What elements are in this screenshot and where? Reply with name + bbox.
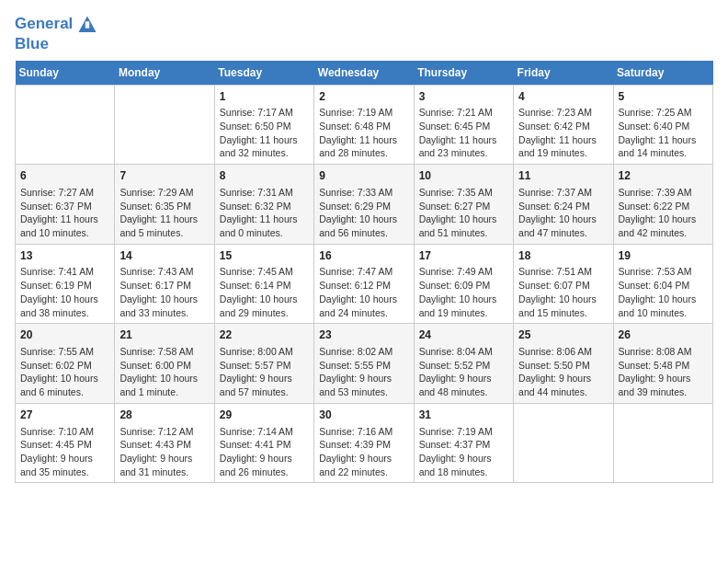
day-content: Sunrise: 8:00 AM Sunset: 5:57 PM Dayligh… <box>220 345 309 399</box>
day-number: 24 <box>419 327 508 343</box>
day-content: Sunrise: 7:27 AM Sunset: 6:37 PM Dayligh… <box>20 186 109 240</box>
day-content: Sunrise: 7:12 AM Sunset: 4:43 PM Dayligh… <box>119 425 209 479</box>
day-content: Sunrise: 8:04 AM Sunset: 5:52 PM Dayligh… <box>419 345 508 399</box>
day-number: 5 <box>619 89 708 105</box>
logo-general: General <box>15 15 73 32</box>
calendar-day-17: 17Sunrise: 7:49 AM Sunset: 6:09 PM Dayli… <box>414 244 513 324</box>
calendar-day-5: 5Sunrise: 7:25 AM Sunset: 6:40 PM Daylig… <box>613 85 712 165</box>
day-content: Sunrise: 7:10 AM Sunset: 4:45 PM Dayligh… <box>20 425 109 479</box>
calendar-day-20: 20Sunrise: 7:55 AM Sunset: 6:02 PM Dayli… <box>16 324 115 404</box>
calendar-week-row: 27Sunrise: 7:10 AM Sunset: 4:45 PM Dayli… <box>16 403 713 483</box>
calendar-day-10: 10Sunrise: 7:35 AM Sunset: 6:27 PM Dayli… <box>414 165 513 245</box>
day-number: 25 <box>518 327 608 343</box>
calendar-day-30: 30Sunrise: 7:16 AM Sunset: 4:39 PM Dayli… <box>314 403 414 483</box>
calendar-day-27: 27Sunrise: 7:10 AM Sunset: 4:45 PM Dayli… <box>16 403 115 483</box>
calendar-day-31: 31Sunrise: 7:19 AM Sunset: 4:37 PM Dayli… <box>414 403 513 483</box>
calendar-day-29: 29Sunrise: 7:14 AM Sunset: 4:41 PM Dayli… <box>214 403 313 483</box>
day-number: 14 <box>119 248 209 264</box>
day-number: 3 <box>419 89 508 105</box>
day-content: Sunrise: 7:55 AM Sunset: 6:02 PM Dayligh… <box>20 345 109 399</box>
day-number: 31 <box>419 408 508 423</box>
day-header-thursday: Thursday <box>414 61 513 86</box>
calendar-day-22: 22Sunrise: 8:00 AM Sunset: 5:57 PM Dayli… <box>214 324 313 404</box>
day-number: 21 <box>119 327 209 343</box>
day-content: Sunrise: 7:39 AM Sunset: 6:22 PM Dayligh… <box>619 186 708 240</box>
calendar-day-23: 23Sunrise: 8:02 AM Sunset: 5:55 PM Dayli… <box>314 324 414 404</box>
day-content: Sunrise: 7:23 AM Sunset: 6:42 PM Dayligh… <box>518 106 608 160</box>
day-number: 26 <box>619 327 708 343</box>
calendar-day-11: 11Sunrise: 7:37 AM Sunset: 6:24 PM Dayli… <box>514 165 613 245</box>
day-content: Sunrise: 7:41 AM Sunset: 6:19 PM Dayligh… <box>20 265 109 319</box>
calendar-day-4: 4Sunrise: 7:23 AM Sunset: 6:42 PM Daylig… <box>514 85 613 165</box>
calendar-day-24: 24Sunrise: 8:04 AM Sunset: 5:52 PM Dayli… <box>414 324 513 404</box>
calendar-day-14: 14Sunrise: 7:43 AM Sunset: 6:17 PM Dayli… <box>115 244 214 324</box>
calendar-day-13: 13Sunrise: 7:41 AM Sunset: 6:19 PM Dayli… <box>16 244 115 324</box>
calendar-day-28: 28Sunrise: 7:12 AM Sunset: 4:43 PM Dayli… <box>115 403 214 483</box>
calendar-day-2: 2Sunrise: 7:19 AM Sunset: 6:48 PM Daylig… <box>314 85 414 165</box>
day-content: Sunrise: 7:25 AM Sunset: 6:40 PM Dayligh… <box>619 106 708 160</box>
day-content: Sunrise: 7:35 AM Sunset: 6:27 PM Dayligh… <box>419 186 508 240</box>
day-header-wednesday: Wednesday <box>314 61 414 86</box>
day-content: Sunrise: 7:47 AM Sunset: 6:12 PM Dayligh… <box>319 265 408 319</box>
calendar-day-9: 9Sunrise: 7:33 AM Sunset: 6:29 PM Daylig… <box>314 165 414 245</box>
day-content: Sunrise: 7:17 AM Sunset: 6:50 PM Dayligh… <box>220 106 309 160</box>
calendar-day-1: 1Sunrise: 7:17 AM Sunset: 6:50 PM Daylig… <box>214 85 313 165</box>
day-content: Sunrise: 7:16 AM Sunset: 4:39 PM Dayligh… <box>319 425 408 479</box>
calendar-day-16: 16Sunrise: 7:47 AM Sunset: 6:12 PM Dayli… <box>314 244 414 324</box>
day-content: Sunrise: 8:08 AM Sunset: 5:48 PM Dayligh… <box>619 345 708 399</box>
day-content: Sunrise: 7:14 AM Sunset: 4:41 PM Dayligh… <box>220 425 309 479</box>
calendar-header-row: SundayMondayTuesdayWednesdayThursdayFrid… <box>16 61 713 86</box>
day-content: Sunrise: 7:49 AM Sunset: 6:09 PM Dayligh… <box>419 265 508 319</box>
day-number: 28 <box>119 408 209 423</box>
calendar-week-row: 6Sunrise: 7:27 AM Sunset: 6:37 PM Daylig… <box>16 165 713 245</box>
day-content: Sunrise: 7:21 AM Sunset: 6:45 PM Dayligh… <box>419 106 508 160</box>
day-header-tuesday: Tuesday <box>214 61 313 86</box>
day-number: 11 <box>518 168 608 184</box>
day-number: 10 <box>419 168 508 184</box>
day-header-sunday: Sunday <box>16 61 115 86</box>
day-content: Sunrise: 7:58 AM Sunset: 6:00 PM Dayligh… <box>119 345 209 399</box>
calendar-day-3: 3Sunrise: 7:21 AM Sunset: 6:45 PM Daylig… <box>414 85 513 165</box>
day-number: 27 <box>20 408 109 423</box>
calendar-empty-cell <box>514 403 613 483</box>
calendar-empty-cell <box>613 403 712 483</box>
day-number: 29 <box>220 408 309 423</box>
day-number: 19 <box>619 248 708 264</box>
logo-icon <box>77 15 97 35</box>
day-content: Sunrise: 7:19 AM Sunset: 6:48 PM Dayligh… <box>319 106 408 160</box>
calendar-day-26: 26Sunrise: 8:08 AM Sunset: 5:48 PM Dayli… <box>613 324 712 404</box>
day-number: 20 <box>20 327 109 343</box>
day-number: 13 <box>20 248 109 264</box>
day-number: 16 <box>319 248 408 264</box>
calendar-week-row: 13Sunrise: 7:41 AM Sunset: 6:19 PM Dayli… <box>16 244 713 324</box>
calendar-day-18: 18Sunrise: 7:51 AM Sunset: 6:07 PM Dayli… <box>514 244 613 324</box>
day-content: Sunrise: 7:31 AM Sunset: 6:32 PM Dayligh… <box>220 186 309 240</box>
day-number: 2 <box>319 89 408 105</box>
day-number: 9 <box>319 168 408 184</box>
logo: General Blue <box>15 15 97 53</box>
day-content: Sunrise: 7:45 AM Sunset: 6:14 PM Dayligh… <box>220 265 309 319</box>
day-content: Sunrise: 7:43 AM Sunset: 6:17 PM Dayligh… <box>119 265 209 319</box>
day-number: 6 <box>20 168 109 184</box>
day-header-monday: Monday <box>115 61 214 86</box>
day-header-saturday: Saturday <box>613 61 712 86</box>
day-content: Sunrise: 7:51 AM Sunset: 6:07 PM Dayligh… <box>518 265 608 319</box>
day-number: 15 <box>220 248 309 264</box>
calendar-week-row: 20Sunrise: 7:55 AM Sunset: 6:02 PM Dayli… <box>16 324 713 404</box>
day-content: Sunrise: 7:33 AM Sunset: 6:29 PM Dayligh… <box>319 186 408 240</box>
calendar-week-row: 1Sunrise: 7:17 AM Sunset: 6:50 PM Daylig… <box>16 85 713 165</box>
calendar-empty-cell <box>115 85 214 165</box>
page-header: General Blue <box>15 15 713 53</box>
day-number: 1 <box>220 89 309 105</box>
day-number: 22 <box>220 327 309 343</box>
day-content: Sunrise: 7:53 AM Sunset: 6:04 PM Dayligh… <box>619 265 708 319</box>
calendar-empty-cell <box>16 85 115 165</box>
calendar-day-21: 21Sunrise: 7:58 AM Sunset: 6:00 PM Dayli… <box>115 324 214 404</box>
svg-rect-1 <box>85 21 89 28</box>
calendar-day-8: 8Sunrise: 7:31 AM Sunset: 6:32 PM Daylig… <box>214 165 313 245</box>
calendar-day-7: 7Sunrise: 7:29 AM Sunset: 6:35 PM Daylig… <box>115 165 214 245</box>
day-number: 30 <box>319 408 408 423</box>
calendar-day-12: 12Sunrise: 7:39 AM Sunset: 6:22 PM Dayli… <box>613 165 712 245</box>
day-number: 17 <box>419 248 508 264</box>
logo-blue: Blue <box>15 35 97 53</box>
